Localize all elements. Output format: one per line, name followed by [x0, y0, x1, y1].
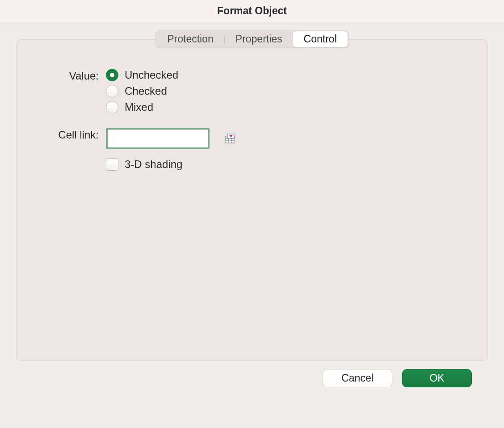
dialog-header: Format Object	[0, 0, 504, 22]
tab-control[interactable]: Control	[293, 31, 348, 47]
value-label: Value:	[39, 69, 106, 82]
shading-checkbox[interactable]: 3-D shading	[106, 158, 182, 171]
cell-reference-picker-button[interactable]	[223, 132, 236, 145]
ok-button[interactable]: OK	[402, 369, 472, 387]
spreadsheet-picker-icon	[225, 134, 235, 143]
radio-mixed[interactable]: Mixed	[106, 101, 178, 113]
dialog-body: Protection Properties Control Value: Unc…	[0, 22, 504, 396]
cancel-button[interactable]: Cancel	[323, 369, 392, 387]
radio-indicator-icon	[106, 69, 118, 81]
value-row: Value: Unchecked Checked Mixed	[39, 69, 465, 113]
radio-checked-label: Checked	[125, 85, 167, 97]
panel-content: Value: Unchecked Checked Mixed	[17, 40, 487, 188]
value-radio-group: Unchecked Checked Mixed	[106, 69, 178, 113]
checkbox-box-icon	[106, 158, 118, 171]
tab-bar: Protection Properties Control	[155, 30, 349, 48]
cell-link-label: Cell link:	[39, 128, 106, 141]
content-panel: Protection Properties Control Value: Unc…	[16, 39, 488, 361]
radio-indicator-icon	[106, 101, 118, 113]
radio-indicator-icon	[106, 85, 118, 97]
shading-label: 3-D shading	[125, 158, 182, 171]
cell-link-input-wrap	[106, 128, 210, 149]
cell-link-input[interactable]	[110, 130, 223, 147]
radio-mixed-label: Mixed	[125, 101, 153, 113]
radio-unchecked-label: Unchecked	[125, 69, 178, 81]
button-bar: Cancel OK	[16, 361, 488, 387]
dialog-title: Format Object	[217, 5, 287, 17]
shading-spacer	[39, 158, 106, 159]
radio-unchecked[interactable]: Unchecked	[106, 69, 178, 81]
radio-checked[interactable]: Checked	[106, 85, 178, 97]
tab-properties[interactable]: Properties	[225, 31, 293, 47]
radio-dot-icon	[110, 73, 114, 77]
tab-protection[interactable]: Protection	[156, 31, 224, 47]
cell-link-row: Cell link:	[39, 128, 465, 149]
shading-row: 3-D shading	[39, 158, 465, 171]
